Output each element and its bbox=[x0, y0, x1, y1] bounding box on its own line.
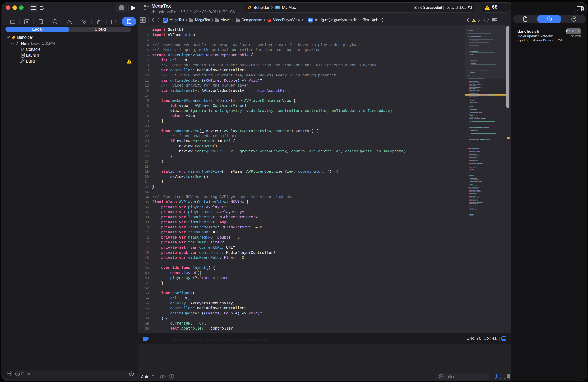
svg-text:M: M bbox=[309, 18, 312, 22]
svg-text:?: ? bbox=[573, 17, 575, 21]
